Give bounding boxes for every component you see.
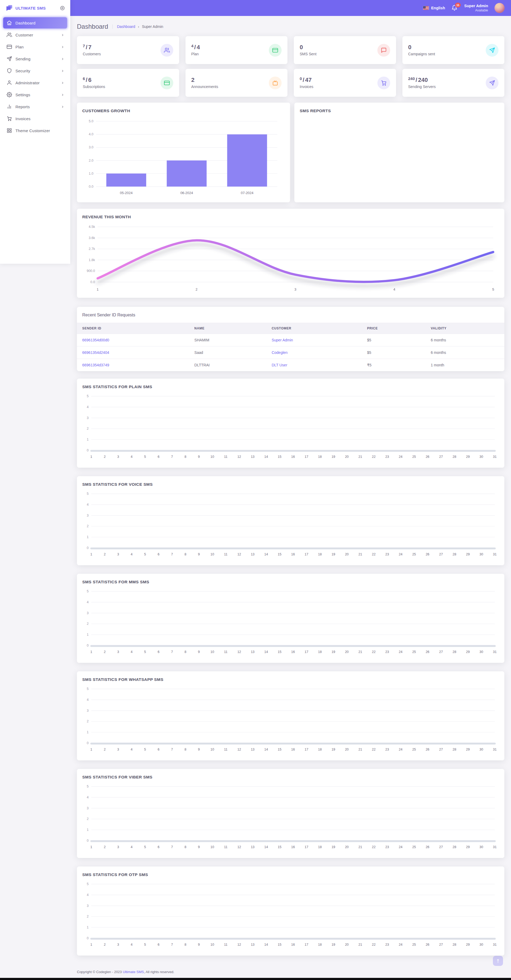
svg-text:11: 11 bbox=[224, 748, 228, 751]
svg-text:25: 25 bbox=[412, 552, 416, 556]
scroll-to-top-button[interactable]: ↑ bbox=[493, 956, 503, 966]
sidebar-item-label: Administrator bbox=[16, 81, 58, 85]
sidebar-item-administrator[interactable]: Administrator› bbox=[3, 77, 67, 88]
svg-text:30: 30 bbox=[480, 943, 483, 947]
sidebar-item-customer[interactable]: Customer› bbox=[3, 29, 67, 40]
svg-text:3.0: 3.0 bbox=[89, 145, 93, 149]
svg-text:3: 3 bbox=[87, 709, 89, 713]
svg-text:25: 25 bbox=[412, 943, 416, 947]
sms-stats-svg: 5432101234567891011121314151617181920212… bbox=[82, 588, 499, 655]
svg-text:10: 10 bbox=[211, 552, 214, 556]
stat-card-sms-sent: 0SMS Sent bbox=[294, 36, 396, 64]
svg-text:13: 13 bbox=[251, 845, 254, 849]
sidebar-pin-toggle-icon[interactable] bbox=[60, 6, 65, 11]
svg-text:25: 25 bbox=[412, 455, 416, 459]
cell-sender-id-link[interactable]: 66961354d3749 bbox=[82, 363, 109, 367]
svg-text:31: 31 bbox=[493, 845, 497, 849]
svg-text:4: 4 bbox=[131, 748, 133, 751]
customers-growth-title: CUSTOMERS GROWTH bbox=[82, 108, 285, 113]
svg-text:06-2024: 06-2024 bbox=[180, 191, 193, 195]
svg-text:18: 18 bbox=[318, 552, 322, 556]
svg-text:2: 2 bbox=[104, 552, 105, 556]
sender-requests-table: SENDER IDNAMECUSTOMERPRICEVALIDITY 66961… bbox=[77, 323, 505, 371]
avatar[interactable] bbox=[495, 3, 505, 13]
svg-text:28: 28 bbox=[452, 748, 456, 751]
cell-name: SHAMIM bbox=[189, 334, 266, 347]
cell-customer-link[interactable]: Codeglen bbox=[272, 350, 288, 355]
svg-text:15: 15 bbox=[278, 552, 281, 556]
svg-text:23: 23 bbox=[385, 748, 389, 751]
sms-stats-title: SMS STATISTICS FOR PLAIN SMS bbox=[82, 385, 499, 389]
cell-customer-link[interactable]: Super Admin bbox=[272, 338, 293, 342]
svg-text:11: 11 bbox=[224, 455, 228, 459]
language-label: English bbox=[431, 6, 445, 10]
message-icon bbox=[377, 44, 390, 57]
sidebar: ULTIMATE SMS DashboardCustomer›Plan›Send… bbox=[0, 0, 70, 264]
svg-text:19: 19 bbox=[332, 845, 335, 849]
svg-text:14: 14 bbox=[264, 748, 268, 751]
stat-card-text: 0Campaigns sent bbox=[408, 45, 435, 56]
svg-text:14: 14 bbox=[264, 552, 268, 556]
svg-text:1: 1 bbox=[90, 552, 92, 556]
svg-text:3: 3 bbox=[294, 287, 296, 291]
svg-text:16: 16 bbox=[291, 455, 295, 459]
svg-text:12: 12 bbox=[237, 845, 241, 849]
svg-text:31: 31 bbox=[493, 455, 497, 459]
svg-text:30: 30 bbox=[480, 845, 483, 849]
svg-text:1: 1 bbox=[87, 828, 89, 832]
cell-customer-link[interactable]: DLT User bbox=[272, 363, 287, 367]
svg-text:23: 23 bbox=[385, 650, 389, 654]
sidebar-item-invoices[interactable]: Invoices bbox=[3, 113, 67, 124]
svg-text:2: 2 bbox=[104, 650, 105, 654]
chevron-right-icon: › bbox=[62, 56, 64, 61]
sidebar-item-dashboard[interactable]: Dashboard bbox=[3, 17, 67, 29]
svg-text:24: 24 bbox=[399, 650, 402, 654]
svg-text:27: 27 bbox=[439, 845, 443, 849]
stat-cards-grid: 7/7Customers4/4Plan0SMS Sent0Campaigns s… bbox=[77, 36, 505, 97]
cell-validity: 6 months bbox=[425, 334, 505, 347]
revenue-card: REVENUE THIS MONTH 0.0900.01.8k2.7k3.6k4… bbox=[77, 209, 505, 298]
sidebar-item-sending[interactable]: Sending› bbox=[3, 53, 67, 64]
chevron-right-icon: › bbox=[62, 104, 64, 109]
sidebar-item-reports[interactable]: Reports› bbox=[3, 101, 67, 112]
svg-text:5.0: 5.0 bbox=[89, 119, 93, 123]
svg-text:9: 9 bbox=[198, 845, 200, 849]
cell-sender-id-link[interactable]: 66961354d00d0 bbox=[82, 338, 109, 342]
column-header-customer: CUSTOMER bbox=[267, 323, 362, 334]
user-menu[interactable]: Super Admin Available bbox=[464, 3, 488, 12]
sidebar-item-theme-customizer[interactable]: Theme Customizer bbox=[3, 125, 67, 136]
svg-text:18: 18 bbox=[318, 845, 322, 849]
svg-text:31: 31 bbox=[493, 552, 497, 556]
svg-text:6: 6 bbox=[158, 552, 160, 556]
svg-text:24: 24 bbox=[399, 845, 402, 849]
svg-text:0: 0 bbox=[87, 546, 89, 550]
svg-text:8: 8 bbox=[184, 455, 186, 459]
sidebar-item-plan[interactable]: Plan› bbox=[3, 41, 67, 52]
notifications-button[interactable]: 11 bbox=[451, 5, 458, 11]
svg-text:0: 0 bbox=[87, 839, 89, 843]
breadcrumb-root-link[interactable]: Dashboard bbox=[117, 24, 135, 29]
svg-text:5: 5 bbox=[144, 455, 146, 459]
footer-brand-link[interactable]: Ultimate SMS bbox=[123, 970, 144, 974]
sidebar-item-settings[interactable]: Settings› bbox=[3, 89, 67, 100]
stat-card-text: 0SMS Sent bbox=[300, 45, 316, 56]
svg-text:22: 22 bbox=[372, 845, 375, 849]
cell-sender-id: 66961354d3749 bbox=[77, 359, 189, 371]
svg-text:8: 8 bbox=[184, 650, 186, 654]
svg-text:25: 25 bbox=[412, 650, 416, 654]
svg-text:21: 21 bbox=[358, 650, 362, 654]
cell-sender-id-link[interactable]: 66961354d2404 bbox=[82, 350, 109, 355]
svg-text:27: 27 bbox=[439, 455, 443, 459]
svg-text:30: 30 bbox=[480, 748, 483, 751]
stat-card-text: 2Announcements bbox=[192, 77, 218, 89]
revenue-title: REVENUE THIS MONTH bbox=[82, 215, 499, 220]
sidebar-item-security[interactable]: Security› bbox=[3, 65, 67, 76]
svg-text:4.5k: 4.5k bbox=[89, 225, 95, 229]
svg-text:3: 3 bbox=[87, 807, 89, 810]
stat-label: Announcements bbox=[192, 84, 218, 89]
sms-stats-chart: 5432101234567891011121314151617181920212… bbox=[82, 783, 499, 850]
svg-text:20: 20 bbox=[345, 455, 349, 459]
language-selector[interactable]: English bbox=[423, 6, 445, 10]
customers-growth-card: CUSTOMERS GROWTH 0.01.02.03.04.05.005-20… bbox=[77, 103, 290, 202]
svg-text:6: 6 bbox=[158, 650, 160, 654]
